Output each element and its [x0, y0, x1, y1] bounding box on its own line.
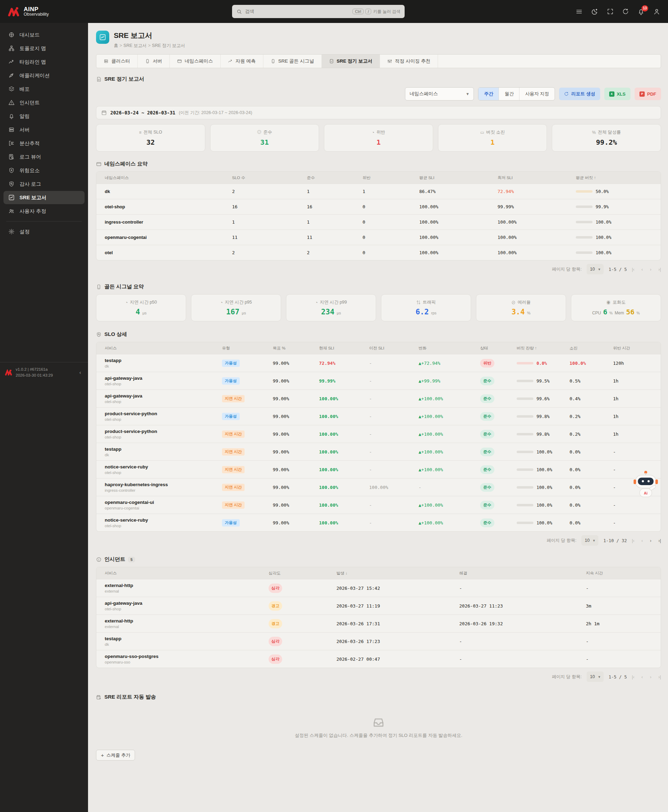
tab-periodic-report[interactable]: SRE 정기 보고서 — [322, 55, 380, 68]
namespace-table-row[interactable]: ingress-controller 1 1 0 100.00% 100.00%… — [96, 214, 661, 230]
slo-table-row[interactable]: testapp dk 가용성 99.00% 72.94% - ▲+72.94% … — [96, 354, 661, 372]
breadcrumb-sre-report[interactable]: SRE 보고서 — [120, 43, 147, 49]
tab-golden-signals[interactable]: SRE 골든 시그널 — [263, 55, 322, 68]
incident-table-row[interactable]: testapp dk 심각 2026-03-26 17:23 - - — [96, 632, 661, 650]
refresh-icon[interactable] — [622, 8, 629, 15]
slo-table-row[interactable]: openmaru-cogentai-ui openmaru-cogentai 지… — [96, 496, 661, 514]
add-schedule-button[interactable]: + 스케줄 추가 — [96, 750, 135, 760]
sidebar-item-log-viewer[interactable]: 로그 뷰어 — [3, 150, 85, 163]
menu-icon[interactable] — [575, 8, 583, 15]
sidebar-item-servers[interactable]: 서버 — [3, 123, 85, 136]
status-badge: 위반 — [480, 359, 494, 368]
namespace-table-row[interactable]: dk 2 1 1 86.47% 72.94% 50.0% — [96, 183, 661, 199]
fullscreen-icon[interactable] — [607, 8, 614, 15]
global-search-input[interactable]: 검색 Ctrl / 키를 눌러 검색 — [232, 5, 405, 18]
next-page-icon[interactable]: › — [650, 538, 651, 543]
sidebar-item-incidents[interactable]: 인시던트 — [3, 96, 85, 109]
tab-namespace[interactable]: 네임스페이스 — [170, 55, 220, 68]
col-start[interactable]: 발생↓ — [336, 571, 459, 576]
tab-sizing-recommendation[interactable]: 적정 사이징 추천 — [380, 55, 438, 68]
sidebar-item-user-estimation[interactable]: 사용자 추정 — [3, 205, 85, 218]
service-name: openmaru-sso-postgres — [105, 654, 269, 659]
tab-resource-forecast[interactable]: 자원 예측 — [220, 55, 263, 68]
tab-server[interactable]: 서버 — [138, 55, 170, 68]
section-title: 인시던트 — [104, 556, 125, 563]
prev-page-icon[interactable]: ‹ — [641, 267, 643, 272]
notifications-icon[interactable]: 13 — [637, 8, 645, 15]
namespace-table-row[interactable]: otel-shop 16 16 0 100.00% 99.99% 99.9% — [96, 199, 661, 214]
slo-table-row[interactable]: product-service-python otel-shop 가용성 99.… — [96, 407, 661, 425]
chevron-down-icon: ▾ — [598, 267, 601, 272]
col-budget-remaining[interactable]: 버짓 잔량↑ — [517, 346, 569, 351]
next-page-icon[interactable]: › — [650, 674, 651, 680]
per-page-select[interactable]: 10▾ — [581, 535, 598, 545]
first-page-icon[interactable]: |‹ — [632, 674, 635, 680]
incident-start: 2026-03-26 17:23 — [336, 639, 459, 644]
namespace-table-row[interactable]: otel 2 2 0 100.00% 100.00% 100.0% — [96, 245, 661, 260]
scope-select[interactable]: 네임스페이스 ▼ — [405, 87, 474, 100]
period-monthly-button[interactable]: 월간 — [499, 88, 519, 100]
col-avg-budget[interactable]: 평균 버짓↑ — [576, 175, 661, 180]
sidebar-item-sre-report[interactable]: SRE 보고서 — [3, 191, 85, 204]
slo-table-row[interactable]: notice-service-ruby otel-shop 가용성 99.00%… — [96, 514, 661, 531]
sidebar-item-topology-map[interactable]: 토폴로지 맵 — [3, 42, 85, 55]
period-weekly-button[interactable]: 주간 — [478, 88, 499, 100]
slo-table-row[interactable]: product-service-python otel-shop 지연 시간 9… — [96, 425, 661, 443]
last-page-icon[interactable]: ›| — [658, 538, 661, 543]
namespace-table-row[interactable]: openmaru-cogentai 11 11 0 100.00% 100.00… — [96, 230, 661, 245]
sidebar-collapse-chevron[interactable]: ‹ — [77, 368, 83, 376]
saturation-card: ◉포화도 CPU 6 % Mem 56 % — [571, 294, 661, 321]
first-page-icon[interactable]: |‹ — [632, 267, 635, 272]
slo-table-row[interactable]: testapp dk 지연 시간 99.00% 100.00% - ▲+100.… — [96, 443, 661, 460]
period-custom-button[interactable]: 사용자 지정 — [519, 88, 554, 100]
budget-label: 99.5% — [536, 378, 550, 383]
last-page-icon[interactable]: ›| — [658, 674, 661, 680]
last-page-icon[interactable]: ›| — [658, 267, 661, 272]
incident-table-row[interactable]: openmaru-sso-postgres openmaru-sso 심각 20… — [96, 650, 661, 668]
breadcrumb-home[interactable]: 홈 — [114, 43, 118, 49]
compliant-count: 1 — [307, 189, 362, 194]
info-circle-icon — [96, 557, 102, 562]
golden-signal-icon: ◔ — [315, 300, 318, 305]
table-header-row: 서비스 심각도 발생↓ 해결 지속 시간 — [96, 567, 661, 579]
budget-label: 100.0% — [596, 235, 611, 240]
current-sli: 100.00% — [319, 502, 369, 508]
slo-type-badge: 가용성 — [222, 360, 240, 367]
incident-table-row[interactable]: api-gateway-java otel-shop 경고 2026-03-27… — [96, 597, 661, 614]
prev-page-icon[interactable]: ‹ — [641, 674, 643, 680]
slo-table-row[interactable]: notice-service-ruby otel-shop 지연 시간 99.0… — [96, 460, 661, 478]
sidebar-item-risks[interactable]: 위험요소 — [3, 164, 85, 177]
tab-cluster[interactable]: 클러스터 — [96, 55, 138, 68]
incident-table-row[interactable]: external-http external 심각 2026-03-27 15:… — [96, 579, 661, 597]
sidebar-item-alerts[interactable]: 알림 — [3, 110, 85, 123]
export-xls-button[interactable]: X XLS — [605, 88, 630, 100]
assistant-mascot[interactable]: Ai — [633, 470, 658, 499]
slo-table-row[interactable]: api-gateway-java otel-shop 가용성 99.00% 99… — [96, 372, 661, 390]
sidebar-item-deployments[interactable]: 배포 — [3, 82, 85, 96]
prev-page-icon[interactable]: ‹ — [641, 538, 643, 543]
first-page-icon[interactable]: |‹ — [632, 538, 635, 543]
dark-mode-icon[interactable] — [591, 8, 598, 15]
sidebar-item-dashboard[interactable]: 대시보드 — [3, 28, 85, 42]
user-avatar-icon[interactable] — [653, 8, 660, 15]
section-title: SLO 상세 — [104, 331, 127, 338]
incident-table-row[interactable]: external-http external 경고 2026-03-26 17:… — [96, 614, 661, 632]
per-page-select[interactable]: 10▾ — [586, 264, 604, 274]
next-page-icon[interactable]: › — [650, 267, 651, 272]
min-sli: 72.94% — [498, 189, 576, 194]
sidebar-item-audit-log[interactable]: 감사 로그 — [3, 177, 85, 190]
slo-table-row[interactable]: haproxy-kubernetes-ingress ingress-contr… — [96, 478, 661, 496]
sidebar-item-applications[interactable]: 애플리케이션 — [3, 69, 85, 82]
golden-signal-card: ◔지연 시간 p50 4μs — [96, 294, 186, 321]
slo-count: 11 — [232, 235, 307, 240]
chevron-down-icon: ▼ — [466, 92, 470, 96]
generate-report-button[interactable]: 리포트 생성 — [559, 88, 600, 100]
slo-table-row[interactable]: api-gateway-java otel-shop 지연 시간 99.00% … — [96, 390, 661, 407]
namespace-name: otel — [105, 250, 232, 255]
per-page-select[interactable]: 10▾ — [586, 672, 604, 682]
export-pdf-button[interactable]: P PDF — [635, 88, 661, 100]
sidebar-item-timeline-map[interactable]: 타임라인 맵 — [3, 55, 85, 68]
budget-bar-track — [517, 397, 533, 400]
sidebar-item-tracing[interactable]: 분산추적 — [3, 137, 85, 150]
sidebar-item-settings[interactable]: 설정 — [3, 225, 85, 238]
